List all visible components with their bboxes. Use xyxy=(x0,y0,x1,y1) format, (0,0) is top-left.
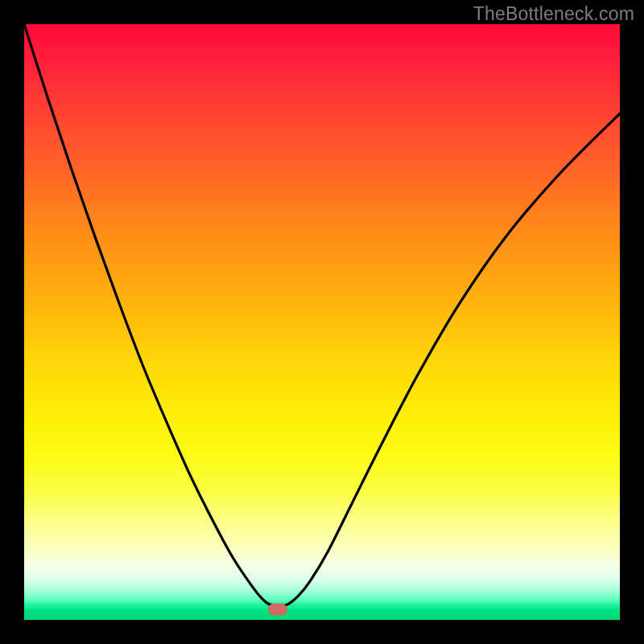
bottleneck-curve xyxy=(24,24,620,620)
watermark-text: TheBottleneck.com xyxy=(473,3,634,25)
optimum-marker xyxy=(268,603,287,615)
chart-frame: TheBottleneck.com xyxy=(0,0,644,644)
plot-area xyxy=(24,24,620,620)
